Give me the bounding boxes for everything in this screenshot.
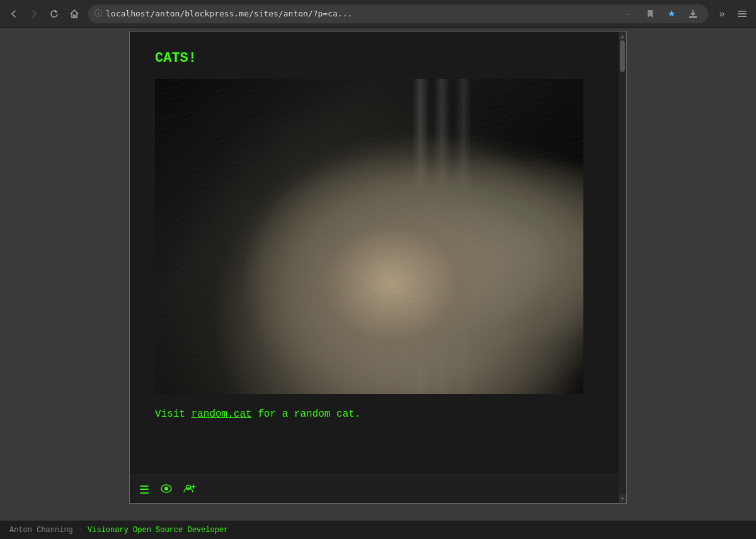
- status-separator: ·: [78, 526, 83, 535]
- content-area: CATS! Visit random.cat for a random cat.…: [130, 32, 619, 503]
- page-title: CATS!: [155, 50, 593, 66]
- svg-point-5: [186, 485, 191, 489]
- svg-point-4: [164, 487, 168, 490]
- back-button[interactable]: [5, 5, 23, 23]
- view-icon[interactable]: [161, 484, 172, 496]
- main-area: CATS! Visit random.cat for a random cat.…: [0, 28, 756, 539]
- page-bottom-toolbar: ☰: [130, 475, 619, 503]
- author-name: Anton Channing: [9, 526, 73, 535]
- scroll-thumb[interactable]: [620, 40, 625, 72]
- menu-button[interactable]: [733, 5, 751, 23]
- cat-image: [155, 79, 583, 394]
- address-input[interactable]: [106, 9, 616, 18]
- scroll-up-arrow[interactable]: ▲: [619, 32, 626, 40]
- address-bar-container[interactable]: ⓘ ···: [88, 4, 708, 23]
- extensions-button[interactable]: »: [713, 5, 731, 23]
- visit-text-after: for a random cat.: [252, 409, 361, 420]
- reload-button[interactable]: [45, 5, 63, 23]
- hamburger-icon[interactable]: ☰: [139, 483, 149, 496]
- download-button[interactable]: [684, 5, 702, 23]
- star-button[interactable]: [663, 5, 680, 23]
- cat-photo: [155, 79, 583, 394]
- scrollbar[interactable]: ▲ ▼: [619, 32, 626, 503]
- bookmark-button[interactable]: [641, 5, 659, 23]
- scroll-track: [619, 40, 626, 494]
- visit-paragraph: Visit random.cat for a random cat.: [155, 407, 593, 423]
- browser-body: CATS! Visit random.cat for a random cat.…: [0, 28, 756, 539]
- webpage-content: CATS! Visit random.cat for a random cat.: [130, 32, 619, 503]
- browser-frame: CATS! Visit random.cat for a random cat.…: [129, 31, 627, 504]
- status-bar: Anton Channing · Visionary Open Source D…: [0, 520, 756, 539]
- scroll-down-arrow[interactable]: ▼: [619, 494, 626, 503]
- info-icon: ⓘ: [94, 8, 102, 19]
- browser-toolbar: ⓘ ··· »: [0, 0, 756, 28]
- add-people-icon[interactable]: [183, 484, 197, 496]
- svg-rect-0: [738, 11, 747, 12]
- random-cat-link[interactable]: random.cat: [192, 409, 252, 420]
- forward-button[interactable]: [25, 5, 43, 23]
- home-button[interactable]: [66, 5, 83, 23]
- visit-text-before: Visit: [155, 409, 192, 420]
- more-options-button[interactable]: ···: [620, 5, 638, 23]
- author-role: Visionary Open Source Developer: [88, 526, 228, 535]
- svg-rect-2: [738, 16, 747, 17]
- svg-rect-1: [738, 13, 747, 14]
